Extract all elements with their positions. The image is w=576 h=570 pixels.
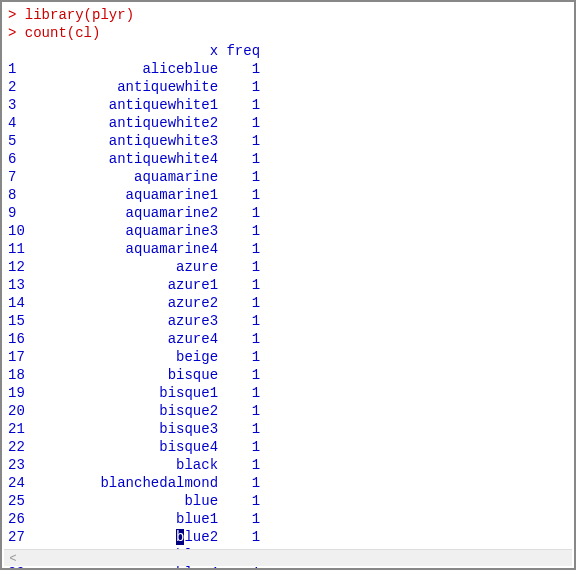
table-row: 11 aquamarine4 1 bbox=[8, 240, 568, 258]
table-row: 26 blue1 1 bbox=[8, 510, 568, 528]
console-output[interactable]: > library(plyr) > count(cl) x freq 1 ali… bbox=[2, 2, 574, 570]
table-row: 4 antiquewhite2 1 bbox=[8, 114, 568, 132]
console-window: > library(plyr) > count(cl) x freq 1 ali… bbox=[0, 0, 576, 570]
table-row: 16 azure4 1 bbox=[8, 330, 568, 348]
scroll-left-button[interactable]: < bbox=[4, 550, 22, 566]
table-row: 24 blanchedalmond 1 bbox=[8, 474, 568, 492]
chevron-left-icon: < bbox=[9, 549, 16, 567]
table-row: 8 aquamarine1 1 bbox=[8, 186, 568, 204]
command-text: count(cl) bbox=[25, 25, 101, 41]
command-line: > count(cl) bbox=[8, 24, 568, 42]
scroll-track[interactable] bbox=[22, 550, 572, 566]
table-row: 13 azure1 1 bbox=[8, 276, 568, 294]
table-row: 12 azure 1 bbox=[8, 258, 568, 276]
table-row: 20 bisque2 1 bbox=[8, 402, 568, 420]
prompt: > bbox=[8, 25, 25, 41]
command-line: > library(plyr) bbox=[8, 6, 568, 24]
table-row: 2 antiquewhite 1 bbox=[8, 78, 568, 96]
horizontal-scrollbar[interactable]: < bbox=[4, 549, 572, 566]
table-row: 17 beige 1 bbox=[8, 348, 568, 366]
table-row: 3 antiquewhite1 1 bbox=[8, 96, 568, 114]
table-row: 9 aquamarine2 1 bbox=[8, 204, 568, 222]
table-row: 15 azure3 1 bbox=[8, 312, 568, 330]
table-row: 27 blue2 1 bbox=[8, 528, 568, 546]
table-row: 25 blue 1 bbox=[8, 492, 568, 510]
prompt: > bbox=[8, 7, 25, 23]
text-selection: b bbox=[176, 529, 184, 545]
table-row: 19 bisque1 1 bbox=[8, 384, 568, 402]
table-row: 5 antiquewhite3 1 bbox=[8, 132, 568, 150]
table-row: 18 bisque 1 bbox=[8, 366, 568, 384]
table-body: 1 aliceblue 12 antiquewhite 13 antiquewh… bbox=[8, 60, 568, 570]
table-row: 21 bisque3 1 bbox=[8, 420, 568, 438]
table-row: 14 azure2 1 bbox=[8, 294, 568, 312]
table-row: 23 black 1 bbox=[8, 456, 568, 474]
table-header: x freq bbox=[8, 42, 568, 60]
table-row: 10 aquamarine3 1 bbox=[8, 222, 568, 240]
table-row: 6 antiquewhite4 1 bbox=[8, 150, 568, 168]
table-row: 7 aquamarine 1 bbox=[8, 168, 568, 186]
table-row: 22 bisque4 1 bbox=[8, 438, 568, 456]
command-text: library(plyr) bbox=[25, 7, 134, 23]
table-row: 1 aliceblue 1 bbox=[8, 60, 568, 78]
